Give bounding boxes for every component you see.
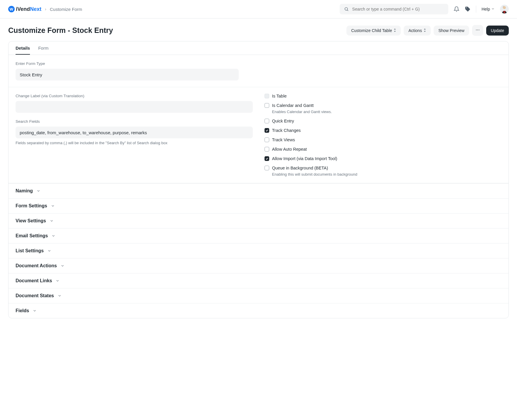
section-list-settings[interactable]: List Settings: [9, 243, 508, 258]
help-dropdown[interactable]: Help: [481, 7, 495, 11]
form-card: Details Form Enter Form Type Change Labe…: [8, 41, 509, 318]
check-is-table[interactable]: Is Table: [265, 94, 502, 98]
check-label: Quick Entry: [272, 119, 294, 123]
check-label: Track Changes: [272, 128, 301, 133]
section-fields[interactable]: Fields: [9, 303, 508, 318]
form-type-input[interactable]: [16, 69, 239, 80]
navbar: W iVendNext › Customize Form Help: [0, 0, 517, 19]
page-title: Customize Form - Stock Entry: [8, 26, 113, 35]
section-title: Naming: [16, 188, 33, 194]
form-type-label: Enter Form Type: [16, 61, 239, 66]
svg-point-2: [503, 6, 506, 9]
left-column: Change Label (via Custom Translation) Se…: [16, 94, 253, 177]
search-icon: [344, 6, 349, 12]
right-column: Is Table Is Calendar and Gantt Enables C…: [265, 94, 502, 177]
chevron-down-icon: [47, 249, 51, 253]
breadcrumb-item[interactable]: Customize Form: [50, 7, 82, 12]
logo[interactable]: W iVendNext: [8, 6, 41, 12]
check-track-changes[interactable]: Track Changes: [265, 128, 502, 133]
svg-point-4: [477, 30, 478, 30]
check-label: Queue in Background (BETA): [272, 166, 328, 170]
section-title: Document States: [16, 293, 54, 298]
check-auto-repeat[interactable]: Allow Auto Repeat: [265, 147, 502, 152]
check-label: Is Table: [272, 94, 287, 98]
checkbox-icon: [265, 166, 269, 170]
section-form-type: Enter Form Type: [9, 55, 508, 87]
section-form-settings[interactable]: Form Settings: [9, 198, 508, 213]
nav-right: Help: [340, 4, 509, 14]
check-is-calendar[interactable]: Is Calendar and Gantt: [265, 103, 502, 108]
section-title: Form Settings: [16, 203, 47, 209]
button-label: Show Preview: [438, 28, 464, 33]
section-email-settings[interactable]: Email Settings: [9, 228, 508, 243]
chevron-down-icon: [51, 234, 55, 238]
tab-form[interactable]: Form: [38, 46, 48, 55]
checkbox-icon: [265, 103, 269, 108]
check-help: Enabling this will submit documents in b…: [272, 172, 502, 177]
show-preview-button[interactable]: Show Preview: [434, 26, 469, 36]
tag-icon[interactable]: [465, 6, 471, 12]
change-label-input[interactable]: [16, 101, 253, 113]
chevron-down-icon: [33, 309, 37, 313]
button-label: Customize Child Table: [351, 28, 392, 33]
check-help: Enables Calendar and Gantt views.: [272, 110, 502, 114]
section-view-settings[interactable]: View Settings: [9, 213, 508, 228]
section-title: View Settings: [16, 218, 46, 224]
chevron-down-icon: [36, 189, 41, 193]
section-title: Email Settings: [16, 233, 48, 238]
checkbox-checked-icon: [265, 128, 269, 133]
check-label: Track Views: [272, 137, 295, 142]
page-header: Customize Form - Stock Entry Customize C…: [0, 19, 517, 41]
checkbox-icon: [265, 147, 269, 152]
bell-icon[interactable]: [454, 6, 459, 12]
chevron-down-icon: [58, 294, 62, 298]
section-settings: Change Label (via Custom Translation) Se…: [9, 87, 508, 183]
change-label-label: Change Label (via Custom Translation): [16, 94, 253, 98]
check-track-views[interactable]: Track Views: [265, 137, 502, 142]
logo-badge-icon: W: [8, 6, 15, 12]
check-quick-entry[interactable]: Quick Entry: [265, 119, 502, 123]
actions-button[interactable]: Actions: [404, 26, 431, 36]
section-document-links[interactable]: Document Links: [9, 273, 508, 288]
section-title: Document Links: [16, 278, 52, 283]
checkbox-icon: [265, 94, 269, 98]
checkbox-icon: [265, 119, 269, 123]
chevron-down-icon: [60, 264, 65, 268]
help-label: Help: [481, 7, 490, 11]
checkbox-icon: [265, 137, 269, 142]
field-change-label: Change Label (via Custom Translation): [16, 94, 253, 113]
checkbox-checked-icon: [265, 156, 269, 161]
svg-point-0: [345, 8, 348, 10]
check-queue-bg[interactable]: Queue in Background (BETA): [265, 166, 502, 170]
chevron-down-icon: [51, 204, 55, 208]
field-form-type: Enter Form Type: [16, 61, 239, 80]
check-label: Allow Import (via Data Import Tool): [272, 156, 337, 161]
search-box[interactable]: [340, 4, 448, 14]
tab-details[interactable]: Details: [16, 46, 30, 55]
field-search-fields: Search Fields Fields separated by comma …: [16, 119, 253, 145]
check-label: Is Calendar and Gantt: [272, 103, 314, 108]
select-caret-icon: [394, 28, 396, 33]
more-button[interactable]: [472, 25, 483, 36]
search-fields-label: Search Fields: [16, 119, 253, 124]
update-button[interactable]: Update: [486, 26, 509, 36]
svg-point-5: [479, 30, 479, 30]
avatar[interactable]: [500, 5, 509, 14]
section-document-states[interactable]: Document States: [9, 288, 508, 303]
svg-point-3: [476, 30, 476, 30]
section-document-actions[interactable]: Document Actions: [9, 258, 508, 273]
search-fields-input[interactable]: [16, 127, 253, 138]
logo-text-a: iVend: [16, 6, 30, 12]
section-title: Document Actions: [16, 263, 57, 268]
button-label: Update: [491, 28, 504, 33]
nav-left: W iVendNext › Customize Form: [8, 6, 82, 12]
check-label: Allow Auto Repeat: [272, 147, 307, 152]
section-naming[interactable]: Naming: [9, 183, 508, 198]
chevron-down-icon: [55, 279, 60, 283]
check-allow-import[interactable]: Allow Import (via Data Import Tool): [265, 156, 502, 161]
tabs: Details Form: [9, 41, 508, 55]
button-label: Actions: [408, 28, 422, 33]
customize-child-table-button[interactable]: Customize Child Table: [346, 26, 401, 36]
logo-text-b: Next: [30, 6, 41, 12]
search-input[interactable]: [352, 7, 444, 11]
